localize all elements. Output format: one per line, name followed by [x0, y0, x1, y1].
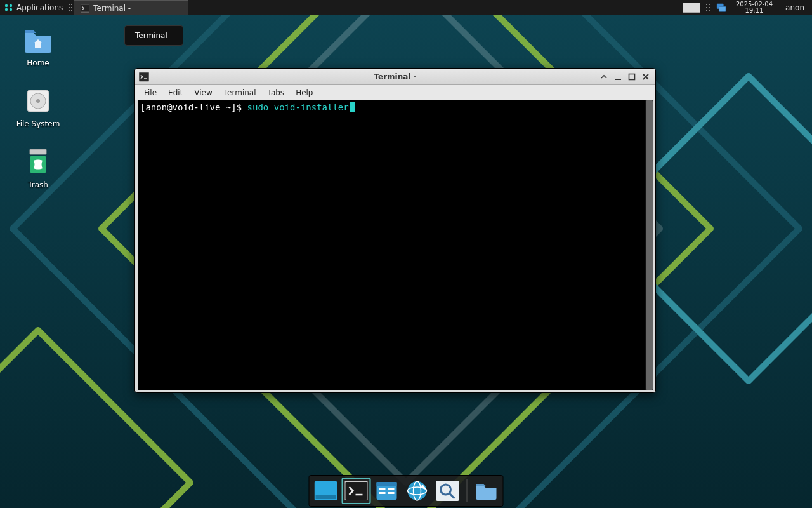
menu-help[interactable]: Help [291, 86, 318, 99]
window-maximize-button[interactable] [627, 72, 636, 81]
svg-rect-11 [81, 4, 89, 11]
menu-tabs[interactable]: Tabs [263, 86, 290, 99]
menu-view[interactable]: View [189, 86, 217, 99]
svg-rect-34 [379, 492, 386, 494]
clock[interactable]: 2025-02-04 19:11 [732, 1, 776, 14]
terminal-icon [139, 72, 149, 82]
svg-rect-7 [69, 7, 70, 8]
desktop-icon-label: File System [13, 119, 63, 128]
desktop-icon-label: Home [13, 58, 63, 67]
panel-handle-icon[interactable] [705, 3, 710, 13]
applications-label: Applications [16, 3, 63, 12]
svg-point-4 [10, 8, 12, 11]
desktop-icon-trash[interactable]: Trash [13, 147, 63, 189]
magnifier-icon [436, 481, 459, 501]
dock-file-manager[interactable] [373, 478, 401, 504]
window-title: Terminal - [135, 72, 655, 81]
menu-file[interactable]: File [139, 86, 162, 99]
applications-menu-button[interactable]: Applications [0, 0, 67, 15]
svg-rect-32 [377, 482, 397, 486]
svg-rect-35 [388, 488, 395, 490]
desktop-icons: Home File System Trash [13, 25, 63, 189]
drive-icon [25, 88, 51, 114]
svg-rect-15 [709, 7, 710, 8]
svg-rect-14 [706, 7, 707, 8]
dock-web-browser[interactable] [403, 478, 431, 504]
svg-rect-9 [69, 10, 70, 11]
menu-edit[interactable]: Edit [163, 86, 188, 99]
svg-rect-8 [71, 7, 72, 8]
terminal-icon [345, 481, 368, 500]
desktop-icon-label: Trash [13, 180, 63, 189]
file-manager-icon [376, 481, 398, 501]
terminal-viewport[interactable]: [anon@void-live ~]$ sudo void-installer [138, 100, 653, 390]
show-desktop-icon [315, 481, 337, 500]
scrollbar-thumb[interactable] [646, 100, 653, 390]
globe-icon [406, 480, 429, 502]
terminal-prompt: [anon@void-live ~]$ [140, 102, 247, 112]
svg-rect-17 [709, 10, 710, 11]
svg-rect-16 [706, 10, 707, 11]
svg-point-1 [5, 4, 8, 7]
top-panel: Applications Terminal - 2025-02-04 19:11… [0, 0, 812, 15]
user-menu[interactable]: anon [782, 3, 808, 12]
svg-rect-40 [436, 481, 459, 501]
taskbar-item-label: Terminal - [93, 4, 131, 13]
taskbar-tooltip: Terminal - [124, 25, 183, 46]
svg-rect-36 [388, 492, 395, 494]
terminal-content[interactable]: [anon@void-live ~]$ sudo void-installer [138, 100, 645, 390]
terminal-scrollbar[interactable] [645, 100, 653, 390]
network-icon[interactable] [716, 3, 727, 13]
svg-point-2 [10, 4, 12, 7]
window-rollup-button[interactable] [599, 72, 608, 81]
svg-rect-19 [719, 6, 726, 11]
menu-terminal[interactable]: Terminal [219, 86, 261, 99]
window-close-button[interactable] [641, 72, 650, 81]
svg-rect-27 [629, 74, 635, 79]
terminal-window: Terminal - File Edit View Terminal Tabs … [134, 68, 656, 393]
svg-rect-10 [71, 10, 72, 11]
svg-rect-13 [709, 4, 710, 5]
desktop-icon-home[interactable]: Home [13, 25, 63, 67]
system-tray: 2025-02-04 19:11 anon [679, 0, 812, 15]
dock-terminal[interactable] [343, 478, 370, 504]
panel-handle-icon[interactable] [68, 3, 73, 13]
svg-rect-25 [139, 72, 149, 81]
trash-icon [25, 148, 51, 176]
window-controls [594, 72, 655, 81]
window-titlebar[interactable]: Terminal - [135, 69, 655, 85]
svg-point-37 [408, 481, 427, 500]
taskbar-item-terminal[interactable]: Terminal - [74, 0, 188, 15]
svg-rect-30 [345, 481, 368, 500]
svg-rect-12 [706, 4, 707, 5]
svg-point-3 [5, 8, 8, 11]
window-menubar: File Edit View Terminal Tabs Help [135, 85, 655, 100]
distro-logo-icon [4, 3, 14, 13]
dock-separator [467, 479, 468, 502]
clock-time: 19:11 [736, 8, 773, 14]
svg-rect-23 [30, 149, 46, 154]
folder-home-icon [23, 27, 53, 53]
svg-rect-29 [316, 495, 336, 499]
desktop-icon-filesystem[interactable]: File System [13, 86, 63, 128]
svg-rect-6 [71, 4, 72, 5]
terminal-cursor [350, 102, 355, 112]
svg-rect-5 [69, 4, 70, 5]
dock-app-finder[interactable] [434, 478, 462, 504]
dock-show-desktop[interactable] [312, 478, 340, 504]
terminal-command: sudo void-installer [247, 102, 349, 112]
svg-point-22 [36, 99, 40, 103]
window-minimize-button[interactable] [613, 72, 622, 81]
terminal-icon [81, 4, 89, 13]
svg-rect-26 [615, 79, 621, 80]
folder-icon [475, 481, 498, 500]
workspace-indicator[interactable] [683, 3, 700, 13]
bottom-dock [309, 475, 504, 507]
dock-directory[interactable] [473, 478, 501, 504]
svg-rect-33 [379, 488, 386, 490]
